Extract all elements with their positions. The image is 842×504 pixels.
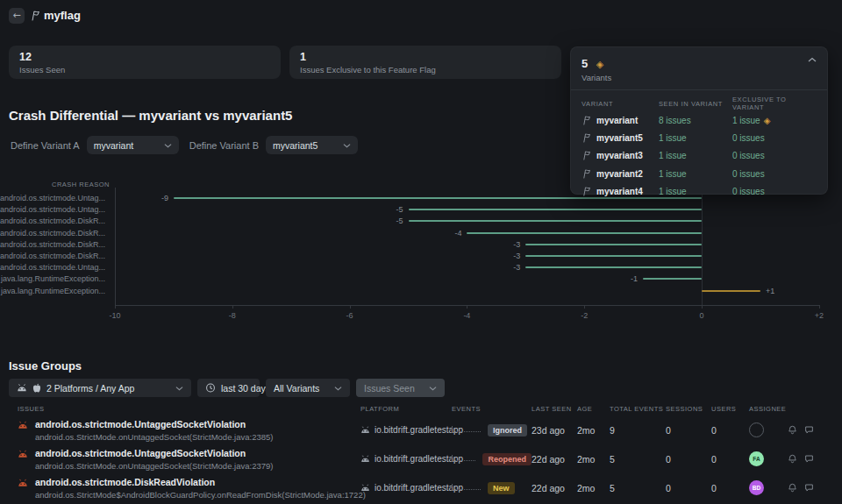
filter-label: Issues Seen (364, 383, 415, 394)
back-arrow-icon: ← (12, 10, 20, 21)
status-badge: New (488, 482, 515, 494)
android-icon (17, 383, 27, 393)
variant-row[interactable]: myvariant31 issue0 issues (571, 147, 827, 165)
filter-variants[interactable]: All Variants (266, 379, 350, 397)
filter-platforms[interactable]: 2 Platforms / Any App (9, 379, 191, 397)
variant-a-value: myvariant (94, 140, 134, 151)
variant-flag-icon (582, 133, 591, 143)
users-cell: 0 (711, 425, 749, 436)
variant-row[interactable]: myvariant21 issue0 issues (571, 165, 827, 182)
chart-bar[interactable] (409, 209, 703, 210)
events-cell: Reopened (452, 453, 532, 465)
chat-icon[interactable] (804, 454, 814, 464)
chart-bar[interactable] (525, 255, 702, 257)
bell-icon[interactable] (788, 454, 797, 464)
chart-bar[interactable] (525, 266, 702, 268)
variant-b-select[interactable]: myvariant5 (266, 136, 358, 154)
status-badge: Ignored (488, 424, 527, 437)
chart-bar[interactable] (467, 232, 702, 234)
variant-name-cell: myvariant2 (582, 169, 659, 179)
chat-icon[interactable] (804, 483, 814, 493)
chart-category-label: android.os.strictmode.DiskR... (0, 229, 105, 238)
issue-title[interactable]: android.os.strictmode.DiskReadViolation (35, 477, 366, 487)
issue-text: android.os.strictmode.UntaggedSocketViol… (35, 448, 273, 471)
variant-seen-issues-link[interactable]: 1 issue (659, 187, 732, 196)
variant-seen-issues-link[interactable]: 1 issue (659, 133, 732, 143)
issue-row[interactable]: android.os.strictmode.UntaggedSocketViol… (0, 444, 842, 473)
stat-label: Issues Seen (19, 65, 270, 75)
variant-flag-icon (582, 151, 591, 160)
variants-count: 5 (582, 57, 588, 70)
assignee-avatar[interactable]: FA (749, 451, 764, 466)
issue-row[interactable]: android.os.strictmode.UntaggedSocketViol… (0, 415, 842, 444)
variant-seen-issues-link[interactable]: 8 issues (659, 116, 732, 125)
variant-flag-icon (582, 187, 591, 196)
users-cell: 0 (711, 483, 749, 493)
variant-exclusive-issues-link[interactable]: 1 issue◈ (732, 116, 817, 125)
stat-value: 12 (19, 51, 270, 63)
platform-cell: io.bitdrift.gradletestapp (360, 454, 452, 464)
variant-exclusive-issues-link[interactable]: 0 issues (732, 187, 817, 196)
variants-column-header: Exclusive to Variant (732, 96, 817, 111)
variants-panel-header: 5 ◈ Variants (571, 47, 827, 82)
issue-subtitle: android.os.StrictMode.onUntaggedSocket(S… (35, 432, 273, 442)
chart-axis-tick (350, 305, 351, 309)
android-crash-icon (18, 421, 28, 429)
chart-category-label: android.os.strictmode.Untag... (0, 263, 105, 272)
variant-row[interactable]: myvariant41 issue0 issues (571, 182, 827, 200)
variant-b-label: Define Variant B (189, 140, 259, 151)
variant-exclusive-issues-link[interactable]: 0 issues (732, 169, 817, 179)
chart-axis-tick-label: -2 (574, 311, 595, 320)
sessions-cell: 0 (666, 454, 711, 465)
chart-bar[interactable] (702, 290, 760, 292)
chart-bar[interactable] (409, 220, 703, 222)
assignee-avatar[interactable] (749, 422, 764, 437)
filter-issues-seen[interactable]: Issues Seen (356, 379, 445, 397)
variant-a-select[interactable]: myvariant (87, 136, 179, 154)
chart-axis-tick (702, 305, 703, 309)
filter-time-range[interactable]: last 30 days (197, 379, 260, 397)
chevron-down-icon (164, 143, 172, 148)
divider (571, 89, 827, 90)
variant-seen-issues-link[interactable]: 1 issue (659, 169, 732, 179)
variant-row[interactable]: myvariant8 issues1 issue◈ (571, 111, 827, 129)
platform-name: io.bitdrift.gradletestapp (375, 483, 463, 493)
chart-category-label: java.lang.RuntimeException... (0, 287, 105, 295)
variant-seen-issues-link[interactable]: 1 issue (659, 151, 732, 160)
clock-icon (205, 383, 216, 393)
chart-axis-tick-label: -6 (339, 311, 360, 320)
chart-bar[interactable] (525, 244, 702, 245)
chart-bar[interactable] (643, 278, 702, 280)
assignee-avatar[interactable]: BD (749, 480, 764, 495)
events-sparkline (452, 457, 475, 461)
issue-row[interactable]: android.os.strictmode.DiskReadViolationa… (0, 473, 842, 502)
variant-row[interactable]: myvariant51 issue0 issues (571, 129, 827, 146)
sessions-cell: 0 (666, 425, 711, 436)
issue-text: android.os.strictmode.DiskReadViolationa… (35, 477, 366, 500)
chevron-down-icon (343, 143, 351, 148)
back-button[interactable]: ← (9, 8, 25, 24)
bell-icon[interactable] (788, 425, 797, 435)
users-cell: 0 (711, 454, 749, 465)
bell-icon[interactable] (788, 483, 797, 493)
chart-category-label: android.os.strictmode.DiskR... (0, 217, 105, 225)
issues-table-header: IssuesPlatformEventsLast SeenAgeTotal Ev… (0, 405, 842, 413)
stat-card-issues-seen[interactable]: 12 Issues Seen (9, 46, 281, 79)
issue-title[interactable]: android.os.strictmode.UntaggedSocketViol… (35, 419, 273, 429)
chevron-down-icon (334, 386, 342, 391)
chart-axis-tick (584, 305, 585, 309)
variants-table-header: VariantSeen in VariantExclusive to Varia… (571, 96, 827, 111)
issues-table-body: android.os.strictmode.UntaggedSocketViol… (0, 415, 842, 502)
stat-card-exclusive-issues[interactable]: 1 Issues Exclusive to this Feature Flag (289, 46, 561, 79)
variant-name-cell: myvariant (582, 116, 659, 125)
issue-title[interactable]: android.os.strictmode.UntaggedSocketViol… (35, 448, 273, 458)
total-events-cell: 5 (610, 483, 666, 493)
variant-exclusive-issues-link[interactable]: 0 issues (732, 151, 817, 160)
chevron-up-icon[interactable] (808, 57, 817, 62)
platform-cell: io.bitdrift.gradletestapp (360, 425, 452, 435)
chat-icon[interactable] (804, 425, 814, 435)
status-badge: Reopened (482, 453, 532, 465)
chart-category-label: android.os.strictmode.Untag... (0, 205, 105, 214)
issue-subtitle: android.os.StrictMode$AndroidBlockGuardP… (35, 490, 366, 500)
variant-exclusive-issues-link[interactable]: 0 issues (732, 133, 817, 143)
